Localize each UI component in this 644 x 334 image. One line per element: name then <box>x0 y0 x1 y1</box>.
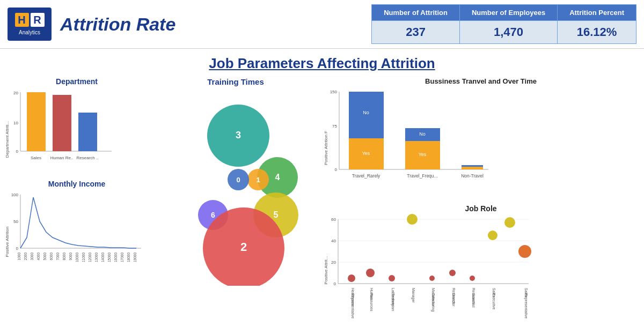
svg-rect-66 <box>462 167 483 169</box>
svg-text:Executive: Executive <box>492 293 496 309</box>
svg-text:6000: 6000 <box>49 253 53 261</box>
svg-text:Positive Attrition F: Positive Attrition F <box>324 131 328 165</box>
svg-text:6: 6 <box>211 211 215 219</box>
svg-text:Positive Attrit...: Positive Attrit... <box>324 256 328 285</box>
business-travel-chart: Bussiness Tranvel and Over Time Positive… <box>322 75 640 198</box>
job-role-svg: Positive Attrit... 60 40 20 0 <box>322 214 531 332</box>
stat-header-3: Attrition Percent <box>558 5 636 21</box>
svg-text:0: 0 <box>334 281 336 286</box>
svg-text:0: 0 <box>335 167 338 172</box>
svg-text:100: 100 <box>11 192 19 197</box>
stat-value-3: 16.12% <box>558 21 636 44</box>
svg-point-84 <box>429 276 435 281</box>
svg-text:5000: 5000 <box>43 253 47 261</box>
svg-rect-7 <box>53 95 71 151</box>
svg-text:Manager: Manager <box>411 288 415 303</box>
header: H R Analytics Attrition Rate Number of A… <box>0 0 644 49</box>
svg-text:9000: 9000 <box>69 253 72 261</box>
svg-text:Travel_Rarely: Travel_Rarely <box>352 173 380 179</box>
svg-text:Scientist: Scientist <box>472 293 475 308</box>
svg-point-83 <box>407 214 418 225</box>
svg-text:Research ..: Research .. <box>77 155 99 160</box>
svg-text:Director: Director <box>431 293 435 307</box>
svg-text:2000: 2000 <box>24 253 27 261</box>
stat-header-1: Number of Attrition <box>372 5 460 21</box>
svg-text:0: 0 <box>16 149 19 154</box>
training-times-svg: 3 4 1 0 5 6 2 <box>155 87 316 286</box>
svg-text:7000: 7000 <box>56 253 60 261</box>
svg-point-89 <box>518 245 531 258</box>
svg-text:50: 50 <box>13 219 18 224</box>
department-chart: Department Department Attriti... 20 10 0 <box>4 75 149 174</box>
svg-text:15000: 15000 <box>107 253 111 262</box>
svg-text:Department Attriti...: Department Attriti... <box>5 121 10 158</box>
svg-text:18000: 18000 <box>127 253 130 262</box>
col-center: Training Times 3 4 1 0 5 6 2 <box>152 75 319 322</box>
svg-point-82 <box>389 275 395 281</box>
svg-text:Yes: Yes <box>419 152 427 157</box>
svg-text:2: 2 <box>240 240 247 254</box>
svg-text:5: 5 <box>274 210 279 219</box>
svg-point-80 <box>348 274 355 282</box>
svg-text:75: 75 <box>332 124 337 129</box>
svg-point-81 <box>366 269 375 277</box>
svg-text:40: 40 <box>331 239 336 243</box>
svg-text:4000: 4000 <box>36 253 40 261</box>
svg-text:3000: 3000 <box>30 253 34 261</box>
logo-r: R <box>31 13 45 27</box>
svg-text:16000: 16000 <box>114 253 118 262</box>
svg-text:Representative: Representative <box>524 293 528 318</box>
svg-point-86 <box>470 276 475 281</box>
job-role-chart: Job Role Positive Attrit... 60 40 20 0 <box>322 202 640 334</box>
svg-text:Resources: Resources <box>370 293 374 311</box>
svg-rect-8 <box>78 113 97 151</box>
svg-text:1000: 1000 <box>17 253 21 261</box>
stat-value-1: 237 <box>372 21 460 44</box>
stat-value-2: 1,470 <box>459 21 557 44</box>
monthly-income-chart: Monthly Income Positive Attrition 100 50… <box>4 177 149 277</box>
svg-point-88 <box>504 217 515 228</box>
svg-rect-6 <box>27 92 46 151</box>
stat-header-2: Number of Employees <box>459 5 557 21</box>
svg-text:Sales: Sales <box>31 155 41 160</box>
svg-text:10000: 10000 <box>75 253 79 262</box>
training-times-title: Training Times <box>207 77 264 86</box>
svg-text:8000: 8000 <box>62 253 66 261</box>
svg-rect-65 <box>462 165 483 167</box>
department-svg: Department Attriti... 20 10 0 Sales Huma… <box>4 87 144 170</box>
svg-text:3: 3 <box>236 130 241 140</box>
svg-text:60: 60 <box>331 217 336 222</box>
logo-h: H <box>15 13 29 27</box>
app-title: Attrition Rate <box>60 14 175 35</box>
svg-text:No: No <box>363 110 369 115</box>
svg-text:No: No <box>419 131 426 137</box>
svg-text:Technician: Technician <box>391 293 395 311</box>
monthly-income-svg: Positive Attrition 100 50 0 1000 2000 30… <box>4 189 144 272</box>
department-title: Department <box>4 77 149 86</box>
col-left: Department Department Attriti... 20 10 0 <box>4 75 149 322</box>
svg-text:1: 1 <box>256 176 260 184</box>
svg-text:0: 0 <box>16 246 19 251</box>
page-title-section: Job Parameters Affecting Attrition <box>0 49 644 75</box>
svg-text:0: 0 <box>236 176 240 184</box>
svg-text:20: 20 <box>331 260 336 265</box>
svg-text:14000: 14000 <box>101 253 105 262</box>
logo-analytics: Analytics <box>19 29 40 35</box>
page-title: Job Parameters Affecting Attrition <box>209 55 435 71</box>
logo: H R Analytics <box>8 8 52 41</box>
svg-text:10: 10 <box>13 121 18 125</box>
svg-text:150: 150 <box>330 90 338 94</box>
svg-text:13000: 13000 <box>94 253 98 262</box>
main-content: Department Department Attriti... 20 10 0 <box>0 75 644 322</box>
business-travel-svg: Positive Attrition F 150 75 0 No Yes No … <box>322 86 515 194</box>
svg-text:Yes: Yes <box>362 151 370 156</box>
business-travel-title: Bussiness Tranvel and Over Time <box>322 77 640 85</box>
svg-text:Travel_Frequ...: Travel_Frequ... <box>407 173 437 179</box>
svg-text:Human Re..: Human Re.. <box>50 155 74 160</box>
svg-text:19000: 19000 <box>133 253 137 262</box>
svg-point-85 <box>449 270 456 276</box>
svg-text:20: 20 <box>13 91 18 95</box>
svg-text:Representative: Representative <box>350 293 355 318</box>
svg-text:12000: 12000 <box>88 253 92 262</box>
stats-table: Number of Attrition Number of Employees … <box>371 4 636 44</box>
